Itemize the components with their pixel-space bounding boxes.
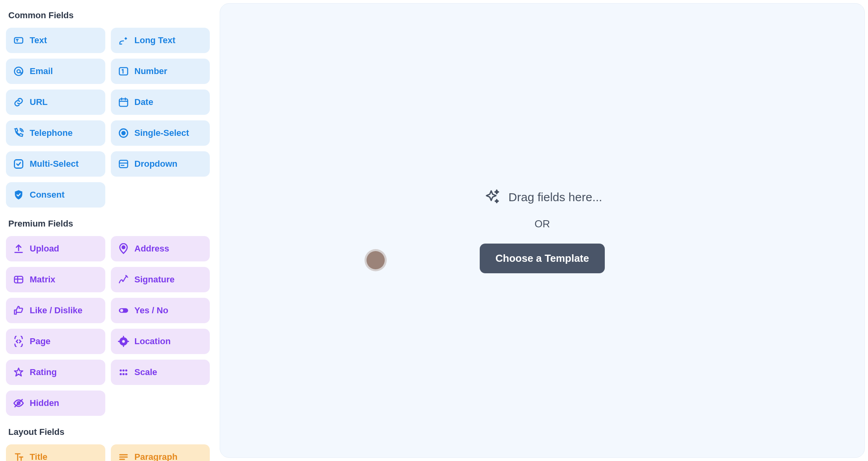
field-multi-select[interactable]: Multi-Select [6,151,105,177]
field-label: Email [30,66,53,76]
address-icon [118,243,129,254]
field-email[interactable]: Email [6,59,105,84]
field-label: Paragraph [135,452,178,461]
consent-icon [13,189,24,200]
field-location[interactable]: Location [111,329,210,354]
field-rating[interactable]: Rating [6,360,105,385]
field-label: Address [135,244,169,254]
svg-point-19 [122,373,124,375]
telephone-icon [13,128,24,139]
or-text: OR [535,218,550,230]
field-label: Page [30,336,51,347]
field-label: Long Text [135,35,175,46]
field-long-text[interactable]: Long Text [111,28,210,53]
common-fields-grid: Text Long Text Email Number URL Date Tel… [6,28,210,208]
field-yes-no[interactable]: Yes / No [111,298,210,323]
yes-no-icon [118,305,129,316]
svg-point-16 [122,370,124,371]
field-telephone[interactable]: Telephone [6,120,105,146]
svg-point-17 [125,370,127,371]
field-address[interactable]: Address [111,236,210,261]
drag-hint: Drag fields here... [482,188,602,207]
section-title-layout: Layout Fields [8,427,210,437]
field-label: Signature [135,274,175,285]
field-url[interactable]: URL [6,90,105,115]
url-icon [13,97,24,108]
layout-fields-grid: Title Paragraph [6,444,210,461]
single-select-icon [118,128,129,139]
svg-point-14 [122,340,125,343]
field-page[interactable]: Page [6,329,105,354]
page-icon [13,336,24,347]
field-label: Upload [30,244,59,254]
sparkle-icon [482,188,501,207]
svg-point-15 [120,370,122,371]
scale-icon [118,367,129,378]
text-icon [13,35,24,46]
field-label: Scale [135,367,158,377]
field-date[interactable]: Date [111,90,210,115]
field-label: Telephone [30,128,72,138]
premium-fields-grid: Upload Address Matrix Signature Like / D… [6,236,210,416]
template-button-label: Choose a Template [496,252,589,264]
drag-text: Drag fields here... [509,190,602,204]
svg-point-20 [125,373,127,375]
field-label: Location [135,336,171,347]
cursor-indicator [367,251,385,269]
svg-point-6 [122,131,125,135]
signature-icon [118,274,129,285]
svg-point-18 [120,373,122,375]
field-title[interactable]: Title [6,444,105,461]
field-upload[interactable]: Upload [6,236,105,261]
field-like-dislike[interactable]: Like / Dislike [6,298,105,323]
field-signature[interactable]: Signature [111,267,210,292]
dropdown-icon [118,158,129,170]
field-label: Dropdown [135,159,178,169]
field-label: Matrix [30,274,55,285]
field-label: Rating [30,367,57,377]
section-title-common: Common Fields [8,10,210,21]
svg-point-1 [15,67,23,76]
upload-icon [13,243,24,254]
field-label: Single-Select [135,128,189,138]
field-label: Number [135,66,167,76]
form-canvas[interactable]: Drag fields here... OR Choose a Template [220,3,865,458]
email-icon [13,66,24,77]
multi-select-icon [13,158,24,170]
field-scale[interactable]: Scale [111,360,210,385]
field-dropdown[interactable]: Dropdown [111,151,210,177]
field-label: Hidden [30,398,59,408]
field-label: URL [30,97,47,107]
field-label: Yes / No [135,305,169,316]
field-hidden[interactable]: Hidden [6,391,105,416]
title-icon [13,451,24,461]
field-single-select[interactable]: Single-Select [111,120,210,146]
field-label: Like / Dislike [30,305,82,316]
field-label: Consent [30,190,65,200]
svg-rect-0 [15,38,23,43]
paragraph-icon [118,451,129,461]
matrix-icon [13,274,24,285]
fields-sidebar: Common Fields Text Long Text Email Numbe… [0,0,216,461]
like-dislike-icon [13,305,24,316]
field-paragraph[interactable]: Paragraph [111,444,210,461]
choose-template-button[interactable]: Choose a Template [480,244,605,273]
rating-icon [13,367,24,378]
section-title-premium: Premium Fields [8,219,210,229]
field-consent[interactable]: Consent [6,182,105,208]
field-label: Title [30,452,47,461]
field-label: Multi-Select [30,159,78,169]
field-matrix[interactable]: Matrix [6,267,105,292]
long-text-icon [118,35,129,46]
hidden-icon [13,398,24,409]
field-label: Text [30,35,47,46]
number-icon [118,66,129,77]
field-text[interactable]: Text [6,28,105,53]
svg-point-9 [122,246,125,249]
svg-rect-8 [119,160,127,168]
field-label: Date [135,97,154,107]
location-icon [118,336,129,347]
svg-rect-4 [119,99,127,107]
date-icon [118,97,129,108]
field-number[interactable]: Number [111,59,210,84]
